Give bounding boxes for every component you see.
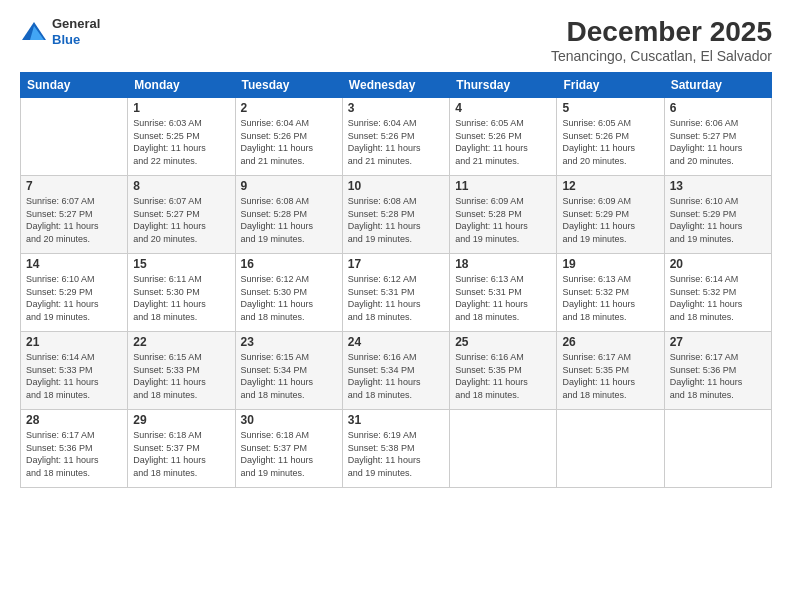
day-number: 27	[670, 335, 766, 349]
day-number: 25	[455, 335, 551, 349]
day-number: 16	[241, 257, 337, 271]
calendar-table: SundayMondayTuesdayWednesdayThursdayFrid…	[20, 72, 772, 488]
day-number: 17	[348, 257, 444, 271]
page: General Blue December 2025 Tenancingo, C…	[0, 0, 792, 612]
day-info: Sunrise: 6:16 AM Sunset: 5:35 PM Dayligh…	[455, 351, 551, 401]
day-info: Sunrise: 6:12 AM Sunset: 5:30 PM Dayligh…	[241, 273, 337, 323]
calendar-cell: 24Sunrise: 6:16 AM Sunset: 5:34 PM Dayli…	[342, 332, 449, 410]
calendar-cell: 14Sunrise: 6:10 AM Sunset: 5:29 PM Dayli…	[21, 254, 128, 332]
weekday-header-thursday: Thursday	[450, 73, 557, 98]
calendar-cell: 22Sunrise: 6:15 AM Sunset: 5:33 PM Dayli…	[128, 332, 235, 410]
day-info: Sunrise: 6:09 AM Sunset: 5:28 PM Dayligh…	[455, 195, 551, 245]
day-number: 6	[670, 101, 766, 115]
title-block: December 2025 Tenancingo, Cuscatlan, El …	[551, 16, 772, 64]
day-info: Sunrise: 6:15 AM Sunset: 5:33 PM Dayligh…	[133, 351, 229, 401]
day-number: 8	[133, 179, 229, 193]
day-number: 10	[348, 179, 444, 193]
calendar-cell: 17Sunrise: 6:12 AM Sunset: 5:31 PM Dayli…	[342, 254, 449, 332]
day-number: 9	[241, 179, 337, 193]
day-info: Sunrise: 6:07 AM Sunset: 5:27 PM Dayligh…	[133, 195, 229, 245]
logo-general: General	[52, 16, 100, 31]
day-number: 22	[133, 335, 229, 349]
calendar-cell: 15Sunrise: 6:11 AM Sunset: 5:30 PM Dayli…	[128, 254, 235, 332]
calendar-cell: 9Sunrise: 6:08 AM Sunset: 5:28 PM Daylig…	[235, 176, 342, 254]
calendar-cell: 21Sunrise: 6:14 AM Sunset: 5:33 PM Dayli…	[21, 332, 128, 410]
calendar-week-3: 14Sunrise: 6:10 AM Sunset: 5:29 PM Dayli…	[21, 254, 772, 332]
calendar-cell: 10Sunrise: 6:08 AM Sunset: 5:28 PM Dayli…	[342, 176, 449, 254]
day-number: 5	[562, 101, 658, 115]
day-number: 3	[348, 101, 444, 115]
calendar-header-row: SundayMondayTuesdayWednesdayThursdayFrid…	[21, 73, 772, 98]
calendar-cell	[557, 410, 664, 488]
calendar-cell: 18Sunrise: 6:13 AM Sunset: 5:31 PM Dayli…	[450, 254, 557, 332]
day-number: 15	[133, 257, 229, 271]
weekday-header-monday: Monday	[128, 73, 235, 98]
calendar-cell: 6Sunrise: 6:06 AM Sunset: 5:27 PM Daylig…	[664, 98, 771, 176]
day-info: Sunrise: 6:17 AM Sunset: 5:35 PM Dayligh…	[562, 351, 658, 401]
day-number: 28	[26, 413, 122, 427]
header: General Blue December 2025 Tenancingo, C…	[20, 16, 772, 64]
day-number: 11	[455, 179, 551, 193]
calendar-week-5: 28Sunrise: 6:17 AM Sunset: 5:36 PM Dayli…	[21, 410, 772, 488]
day-info: Sunrise: 6:04 AM Sunset: 5:26 PM Dayligh…	[348, 117, 444, 167]
day-number: 20	[670, 257, 766, 271]
calendar-cell: 3Sunrise: 6:04 AM Sunset: 5:26 PM Daylig…	[342, 98, 449, 176]
calendar-cell: 4Sunrise: 6:05 AM Sunset: 5:26 PM Daylig…	[450, 98, 557, 176]
day-info: Sunrise: 6:17 AM Sunset: 5:36 PM Dayligh…	[26, 429, 122, 479]
day-number: 19	[562, 257, 658, 271]
day-info: Sunrise: 6:11 AM Sunset: 5:30 PM Dayligh…	[133, 273, 229, 323]
day-number: 7	[26, 179, 122, 193]
day-number: 31	[348, 413, 444, 427]
day-number: 12	[562, 179, 658, 193]
day-number: 4	[455, 101, 551, 115]
weekday-header-friday: Friday	[557, 73, 664, 98]
calendar-cell: 25Sunrise: 6:16 AM Sunset: 5:35 PM Dayli…	[450, 332, 557, 410]
calendar-cell: 31Sunrise: 6:19 AM Sunset: 5:38 PM Dayli…	[342, 410, 449, 488]
day-number: 29	[133, 413, 229, 427]
day-info: Sunrise: 6:04 AM Sunset: 5:26 PM Dayligh…	[241, 117, 337, 167]
calendar-cell	[450, 410, 557, 488]
day-number: 24	[348, 335, 444, 349]
calendar-cell: 26Sunrise: 6:17 AM Sunset: 5:35 PM Dayli…	[557, 332, 664, 410]
calendar-cell: 5Sunrise: 6:05 AM Sunset: 5:26 PM Daylig…	[557, 98, 664, 176]
day-info: Sunrise: 6:10 AM Sunset: 5:29 PM Dayligh…	[26, 273, 122, 323]
calendar-cell: 13Sunrise: 6:10 AM Sunset: 5:29 PM Dayli…	[664, 176, 771, 254]
day-info: Sunrise: 6:13 AM Sunset: 5:31 PM Dayligh…	[455, 273, 551, 323]
day-info: Sunrise: 6:13 AM Sunset: 5:32 PM Dayligh…	[562, 273, 658, 323]
calendar-cell: 27Sunrise: 6:17 AM Sunset: 5:36 PM Dayli…	[664, 332, 771, 410]
day-info: Sunrise: 6:15 AM Sunset: 5:34 PM Dayligh…	[241, 351, 337, 401]
day-info: Sunrise: 6:18 AM Sunset: 5:37 PM Dayligh…	[133, 429, 229, 479]
day-number: 18	[455, 257, 551, 271]
calendar-cell: 19Sunrise: 6:13 AM Sunset: 5:32 PM Dayli…	[557, 254, 664, 332]
day-info: Sunrise: 6:06 AM Sunset: 5:27 PM Dayligh…	[670, 117, 766, 167]
day-number: 23	[241, 335, 337, 349]
calendar-cell	[21, 98, 128, 176]
day-number: 30	[241, 413, 337, 427]
logo-text: General Blue	[52, 16, 100, 47]
day-info: Sunrise: 6:07 AM Sunset: 5:27 PM Dayligh…	[26, 195, 122, 245]
day-info: Sunrise: 6:18 AM Sunset: 5:37 PM Dayligh…	[241, 429, 337, 479]
location-title: Tenancingo, Cuscatlan, El Salvador	[551, 48, 772, 64]
day-info: Sunrise: 6:09 AM Sunset: 5:29 PM Dayligh…	[562, 195, 658, 245]
calendar-cell: 2Sunrise: 6:04 AM Sunset: 5:26 PM Daylig…	[235, 98, 342, 176]
day-info: Sunrise: 6:19 AM Sunset: 5:38 PM Dayligh…	[348, 429, 444, 479]
calendar-cell: 20Sunrise: 6:14 AM Sunset: 5:32 PM Dayli…	[664, 254, 771, 332]
day-info: Sunrise: 6:05 AM Sunset: 5:26 PM Dayligh…	[562, 117, 658, 167]
day-info: Sunrise: 6:17 AM Sunset: 5:36 PM Dayligh…	[670, 351, 766, 401]
calendar-week-4: 21Sunrise: 6:14 AM Sunset: 5:33 PM Dayli…	[21, 332, 772, 410]
day-number: 1	[133, 101, 229, 115]
day-number: 21	[26, 335, 122, 349]
day-info: Sunrise: 6:12 AM Sunset: 5:31 PM Dayligh…	[348, 273, 444, 323]
logo-blue: Blue	[52, 32, 80, 47]
weekday-header-tuesday: Tuesday	[235, 73, 342, 98]
calendar-week-2: 7Sunrise: 6:07 AM Sunset: 5:27 PM Daylig…	[21, 176, 772, 254]
calendar-cell: 23Sunrise: 6:15 AM Sunset: 5:34 PM Dayli…	[235, 332, 342, 410]
day-info: Sunrise: 6:16 AM Sunset: 5:34 PM Dayligh…	[348, 351, 444, 401]
weekday-header-saturday: Saturday	[664, 73, 771, 98]
day-number: 14	[26, 257, 122, 271]
calendar-cell: 1Sunrise: 6:03 AM Sunset: 5:25 PM Daylig…	[128, 98, 235, 176]
day-info: Sunrise: 6:05 AM Sunset: 5:26 PM Dayligh…	[455, 117, 551, 167]
day-number: 13	[670, 179, 766, 193]
day-info: Sunrise: 6:14 AM Sunset: 5:33 PM Dayligh…	[26, 351, 122, 401]
weekday-header-sunday: Sunday	[21, 73, 128, 98]
